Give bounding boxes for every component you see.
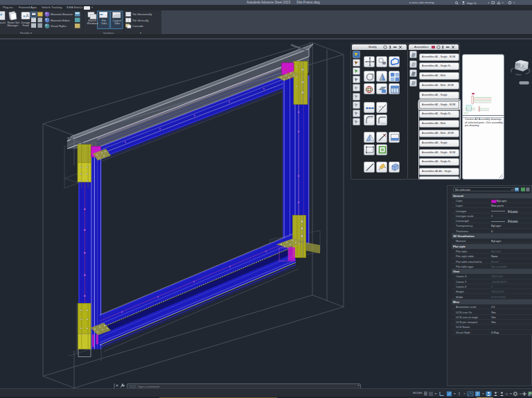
svg-text:°: ° [497, 392, 499, 395]
svg-text:Sign In: Sign In [467, 1, 477, 4]
svg-text:?: ? [509, 1, 511, 4]
svg-text:□: □ [506, 392, 508, 395]
